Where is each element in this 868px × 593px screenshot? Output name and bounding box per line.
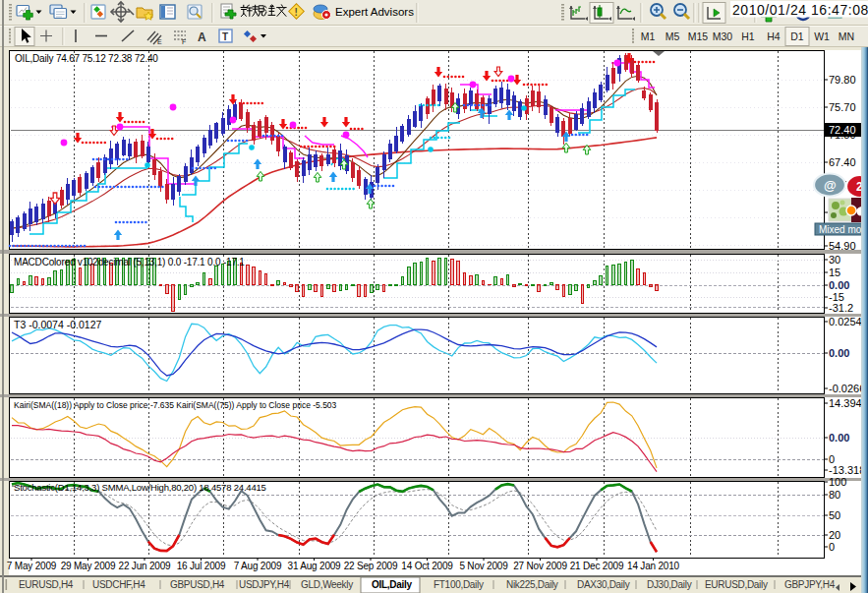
svg-text:MN: MN (839, 30, 854, 42)
svg-text:M1: M1 (641, 30, 656, 42)
svg-text:F: F (182, 38, 186, 45)
svg-text:31 Aug 2009: 31 Aug 2009 (288, 561, 342, 571)
svg-text:H1: H1 (741, 30, 755, 42)
svg-text:Kairi(SMA((18)) Apply to Close: Kairi(SMA((18)) Apply to Close price -7.… (14, 400, 337, 410)
svg-text:-0.0266: -0.0266 (829, 383, 865, 394)
svg-text:0.0254: 0.0254 (829, 316, 862, 327)
svg-text:M30: M30 (713, 30, 733, 42)
svg-text:7 Aug 2009: 7 Aug 2009 (234, 561, 282, 571)
svg-text:21 Dec 2009: 21 Dec 2009 (570, 561, 624, 571)
svg-text:2010/01/24 16:47:08: 2010/01/24 16:47:08 (732, 2, 868, 18)
svg-text:USDCHF,H4: USDCHF,H4 (92, 579, 145, 590)
svg-text:!: ! (295, 7, 298, 18)
svg-text:M15: M15 (688, 30, 709, 42)
svg-text:0: 0 (829, 541, 835, 553)
svg-text:D1: D1 (790, 30, 804, 42)
svg-text:15: 15 (829, 267, 840, 278)
svg-text:50: 50 (829, 509, 840, 521)
svg-text:OIL,Daily: OIL,Daily (372, 579, 412, 590)
svg-text:Nik225,Daily: Nik225,Daily (506, 579, 558, 590)
svg-text:GLD,Weekly: GLD,Weekly (301, 579, 353, 590)
svg-text:H4: H4 (767, 30, 781, 42)
svg-text:79.80: 79.80 (829, 74, 856, 86)
svg-text:5 Nov 2009: 5 Nov 2009 (459, 561, 508, 571)
svg-text:GBPJPY,H4: GBPJPY,H4 (784, 579, 836, 590)
svg-text:100: 100 (829, 476, 846, 488)
svg-text:GBPUSD,H4: GBPUSD,H4 (170, 579, 225, 590)
svg-text:OIL,Daily 74.67 75.12 72.38 7: OIL,Daily 74.67 75.12 72.38 72.40 (15, 53, 158, 64)
svg-text:29 May 2009: 29 May 2009 (61, 561, 116, 571)
svg-text:27 Nov 2009: 27 Nov 2009 (513, 561, 567, 571)
svg-text:14 Oct 2009: 14 Oct 2009 (401, 561, 453, 571)
svg-text:7 May 2009: 7 May 2009 (7, 561, 57, 571)
svg-text:20: 20 (829, 529, 840, 541)
svg-text:DJ30,Daily: DJ30,Daily (647, 579, 692, 590)
svg-text:Expert Advisors: Expert Advisors (335, 6, 414, 18)
svg-text:Stochastic(D1,14,3,3) SMMA,Low: Stochastic(D1,14,3,3) SMMA,Low/High,80,2… (14, 482, 266, 493)
svg-text:14.394: 14.394 (829, 397, 862, 409)
svg-text:@: @ (824, 178, 837, 193)
svg-text:75.70: 75.70 (829, 101, 856, 113)
svg-text:W1: W1 (814, 30, 830, 42)
svg-text:USDJPY,H4: USDJPY,H4 (239, 579, 290, 590)
svg-text:-31.2: -31.2 (829, 302, 853, 314)
svg-text:M5: M5 (665, 30, 680, 42)
svg-text:Mixed mod: Mixed mod (819, 224, 867, 235)
svg-text:T: T (222, 31, 228, 42)
svg-text:0.00: 0.00 (829, 347, 849, 359)
svg-text:30: 30 (829, 254, 840, 266)
svg-text:A: A (198, 30, 206, 44)
svg-text:E: E (157, 38, 162, 45)
svg-text:22 Jun 2009: 22 Jun 2009 (119, 561, 171, 571)
svg-text:0.00: 0.00 (829, 432, 849, 444)
svg-text:EURUSD,H4: EURUSD,H4 (19, 579, 74, 590)
svg-text:T3 -0.0074 -0.0127: T3 -0.0074 -0.0127 (14, 319, 101, 330)
svg-text:0.00: 0.00 (829, 279, 849, 291)
svg-text:16 Jul 2009: 16 Jul 2009 (177, 561, 226, 571)
svg-text:EURUSD,Daily: EURUSD,Daily (705, 579, 768, 590)
svg-text:-13.318: -13.318 (829, 464, 865, 476)
svg-text:72.40: 72.40 (829, 124, 856, 136)
svg-text:80: 80 (829, 489, 840, 501)
svg-text:14 Jan 2010: 14 Jan 2010 (627, 561, 679, 571)
svg-text:67.40: 67.40 (829, 156, 856, 168)
svg-text:DAX30,Daily: DAX30,Daily (577, 579, 630, 590)
svg-text:22 Sep 2009: 22 Sep 2009 (344, 561, 398, 571)
svg-text:54.90: 54.90 (829, 240, 856, 252)
svg-text:FT100,Daily: FT100,Daily (434, 579, 484, 590)
svg-text:MACDColored v102decimal (5,13,: MACDColored v102decimal (5,13,1) 0.0 -17… (14, 257, 245, 267)
